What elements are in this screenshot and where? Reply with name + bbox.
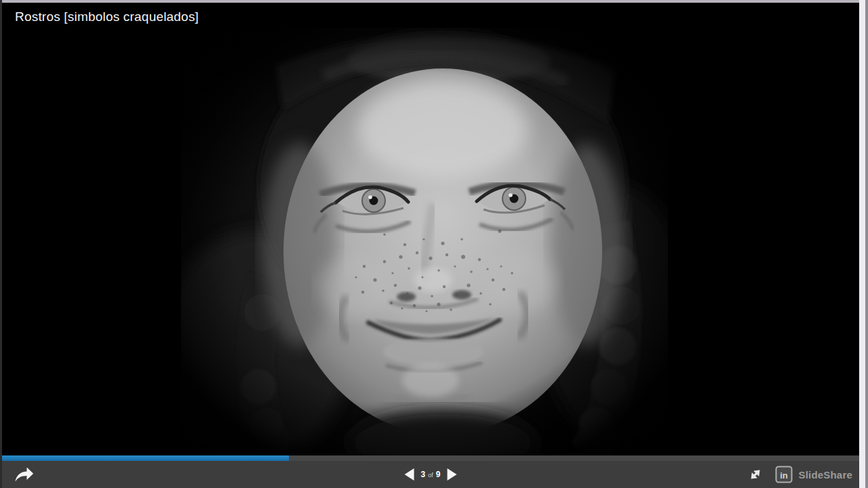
share-arrow-icon <box>13 465 35 484</box>
slide-progress-fill <box>2 455 289 461</box>
fullscreen-button[interactable] <box>748 467 763 482</box>
fullscreen-expand-icon <box>748 467 763 482</box>
slideshare-wordmark: SlideShare <box>798 469 852 481</box>
slideshare-brand-link[interactable]: in SlideShare <box>775 466 852 483</box>
linkedin-in-glyph: in <box>781 470 789 481</box>
player-control-bar: 3 of 9 in <box>2 461 859 488</box>
pager-of-text: of <box>428 472 433 479</box>
slide-position-label: 3 of 9 <box>421 470 441 479</box>
current-slide-number: 3 <box>421 470 426 479</box>
control-bar-right-group: in SlideShare <box>748 466 859 483</box>
portrait-vignette <box>181 28 668 455</box>
total-slides-number: 9 <box>436 470 441 479</box>
next-slide-button[interactable] <box>447 468 456 481</box>
slide-title: Rostros [simbolos craquelados] <box>15 9 199 24</box>
slide-progress-bar[interactable] <box>2 455 859 461</box>
linkedin-icon: in <box>775 466 793 483</box>
frame-border-right <box>859 0 868 488</box>
frame-border-left <box>0 0 2 488</box>
slide-image-portrait[interactable] <box>181 28 668 455</box>
slideshare-player: Rostros [simbolos craquelados] <box>0 0 868 488</box>
slide-stage[interactable]: Rostros [simbolos craquelados] <box>2 3 859 455</box>
slide-pager: 3 of 9 <box>405 461 457 488</box>
share-button[interactable] <box>13 465 35 484</box>
triangle-right-icon <box>447 468 456 481</box>
previous-slide-button[interactable] <box>405 468 414 481</box>
triangle-left-icon <box>405 468 414 481</box>
frame-border-top <box>0 0 868 3</box>
